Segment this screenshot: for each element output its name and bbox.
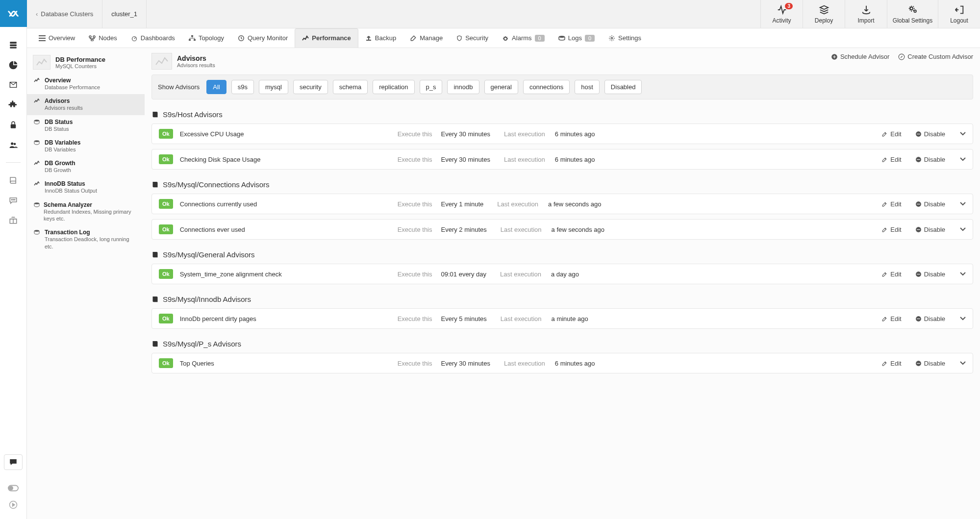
expand-button[interactable]: [960, 202, 966, 206]
topaction-logout[interactable]: Logout: [938, 0, 980, 28]
edit-button[interactable]: Edit: [881, 200, 901, 208]
edit-button[interactable]: Edit: [881, 271, 901, 278]
expand-button[interactable]: [960, 317, 966, 321]
tab-overview[interactable]: Overview: [32, 28, 82, 48]
advisor-name: Checking Disk Space Usage: [180, 156, 391, 163]
filter-schema[interactable]: schema: [333, 80, 368, 94]
app-logo[interactable]: [0, 0, 27, 27]
message-icon[interactable]: [8, 196, 18, 205]
expand-button[interactable]: [960, 272, 966, 276]
tab-manage[interactable]: Manage: [403, 28, 450, 48]
expand-button[interactable]: [960, 157, 966, 161]
filter-host[interactable]: host: [575, 80, 600, 94]
toggle-icon[interactable]: [8, 485, 19, 492]
disable-button[interactable]: Disable: [915, 271, 945, 278]
filter-s9s[interactable]: s9s: [231, 80, 254, 94]
breadcrumb-back[interactable]: ‹ Database Clusters: [27, 0, 102, 28]
sidebar-item[interactable]: Overview Database Performance: [27, 74, 145, 94]
topaction-activity[interactable]: 3 Activity: [760, 0, 803, 28]
filter-connections[interactable]: connections: [523, 80, 570, 94]
sidebar-item-title: Advisors: [45, 98, 83, 104]
chat-button[interactable]: [4, 454, 23, 470]
edit-button[interactable]: Edit: [881, 226, 901, 233]
topaction-deploy[interactable]: Deploy: [803, 0, 845, 28]
execute-schedule: Every 5 minutes: [441, 315, 487, 322]
sidebar-item[interactable]: Advisors Advisors results: [27, 94, 145, 115]
topaction-global-settings[interactable]: Global Settings: [887, 0, 938, 28]
book-icon: [151, 340, 159, 347]
advisor-name: Connections ever used: [180, 226, 391, 233]
database-icon[interactable]: [8, 41, 18, 49]
tab-performance[interactable]: Performance: [295, 28, 358, 48]
edit-icon: [881, 226, 888, 233]
minus-circle-icon: [915, 271, 922, 277]
sidebar-item[interactable]: DB Growth DB Growth: [27, 156, 145, 177]
sidebar-item[interactable]: InnoDB Status InnoDB Status Output: [27, 177, 145, 198]
filter-p-s[interactable]: p_s: [420, 80, 443, 94]
last-execution-value: a few seconds ago: [548, 200, 601, 208]
filter-security[interactable]: security: [293, 80, 328, 94]
sidebar-item[interactable]: DB Status DB Status: [27, 115, 145, 136]
tab-logs[interactable]: Logs0: [552, 28, 602, 48]
piechart-icon[interactable]: [8, 60, 18, 70]
tab-dashboards[interactable]: Dashboards: [124, 28, 182, 48]
tab-alarms[interactable]: Alarms0: [495, 28, 552, 48]
disable-button[interactable]: Disable: [915, 226, 945, 233]
plus-circle-icon: [831, 53, 838, 60]
sidebar-item[interactable]: DB Variables DB Variables: [27, 136, 145, 156]
lock-icon[interactable]: [9, 120, 18, 130]
edit-button[interactable]: Edit: [881, 360, 901, 367]
disable-button[interactable]: Disable: [915, 315, 945, 322]
expand-button[interactable]: [960, 132, 966, 136]
filter-disabled[interactable]: Disabled: [604, 80, 642, 94]
tab-backup[interactable]: Backup: [358, 28, 403, 48]
tab-topology[interactable]: Topology: [182, 28, 231, 48]
gift-icon[interactable]: [9, 216, 18, 224]
svg-rect-48: [917, 363, 920, 363]
disable-button[interactable]: Disable: [915, 156, 945, 163]
puzzle-icon[interactable]: [8, 99, 18, 109]
tab-query-monitor[interactable]: Query Monitor: [231, 28, 295, 48]
users-icon[interactable]: [8, 141, 19, 149]
tab-security[interactable]: Security: [450, 28, 495, 48]
schedule-advisor-button[interactable]: Schedule Advisor: [831, 53, 889, 60]
filter-mysql[interactable]: mysql: [259, 80, 288, 94]
filter-replication[interactable]: replication: [373, 80, 414, 94]
disable-button[interactable]: Disable: [915, 200, 945, 208]
disable-button[interactable]: Disable: [915, 360, 945, 367]
breadcrumb-cluster[interactable]: cluster_1: [102, 0, 147, 28]
section-title: S9s/Host Advisors: [151, 110, 973, 119]
book-icon: [151, 111, 159, 118]
sidebar-item-icon: [34, 78, 41, 91]
execute-this-label: Execute this: [398, 226, 432, 233]
svg-rect-16: [39, 38, 46, 39]
edit-button[interactable]: Edit: [881, 315, 901, 322]
sidebar-item[interactable]: Transaction Log Transaction Deadlock, lo…: [27, 225, 145, 253]
create-advisor-button[interactable]: Create Custom Advisor: [898, 53, 973, 60]
minus-circle-icon: [915, 201, 922, 207]
filter-all[interactable]: All: [206, 80, 226, 94]
breadcrumb-back-label: Database Clusters: [41, 10, 93, 18]
chevron-down-icon: [960, 272, 966, 276]
topaction-import[interactable]: Import: [845, 0, 887, 28]
last-execution-value: 6 minutes ago: [555, 360, 595, 367]
expand-button[interactable]: [960, 361, 966, 365]
filter-innodb[interactable]: innodb: [447, 80, 479, 94]
svg-rect-15: [39, 35, 46, 36]
book-icon[interactable]: [9, 175, 18, 185]
play-icon[interactable]: [9, 500, 18, 509]
edit-button[interactable]: Edit: [881, 130, 901, 138]
svg-point-4: [11, 142, 13, 145]
filter-general[interactable]: general: [484, 80, 518, 94]
mail-icon[interactable]: [8, 81, 18, 89]
topbar: ‹ Database Clusters cluster_1 3 Activity…: [27, 0, 980, 28]
sidebar-item-title: Schema Analyzer: [44, 201, 139, 208]
tab-nodes[interactable]: Nodes: [82, 28, 124, 48]
edit-button[interactable]: Edit: [881, 156, 901, 163]
disable-button[interactable]: Disable: [915, 130, 945, 138]
sidebar-item[interactable]: Schema Analyzer Redundant Indexes, Missi…: [27, 198, 145, 226]
sidebar-item-icon: [34, 202, 40, 222]
advisor-row: Ok Connections ever used Execute this Ev…: [151, 219, 973, 240]
tab-settings[interactable]: Settings: [602, 28, 648, 48]
expand-button[interactable]: [960, 227, 966, 231]
